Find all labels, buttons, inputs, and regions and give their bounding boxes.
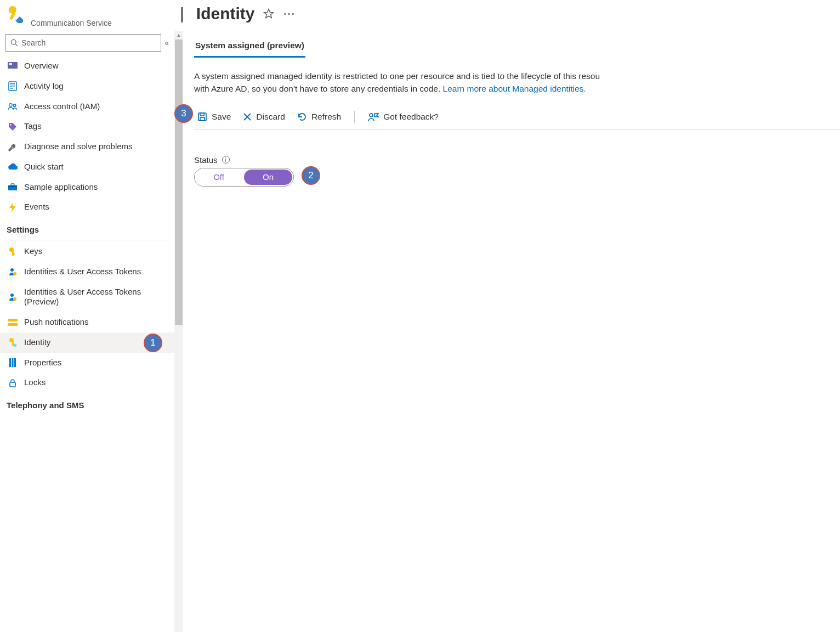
sidebar-item-locks[interactable]: Locks — [0, 373, 174, 393]
sidebar-item-keys[interactable]: Keys — [0, 241, 174, 262]
wrench-icon — [8, 142, 18, 151]
people-icon — [8, 101, 18, 111]
svg-rect-36 — [200, 117, 205, 121]
svg-rect-25 — [8, 319, 18, 321]
sidebar-item-identities-tokens-preview[interactable]: Identities & User Access Tokens (Preview… — [0, 282, 174, 313]
sidebar-item-access-control[interactable]: Access control (IAM) — [0, 97, 174, 117]
sidebar-item-push-notifications[interactable]: Push notifications — [0, 312, 174, 332]
main-content: ▲ System assigned (preview) A system ass… — [174, 31, 840, 632]
svg-point-23 — [10, 294, 14, 297]
annotation-badge-3: 3 — [174, 104, 193, 123]
sidebar-item-properties[interactable]: Properties — [0, 353, 174, 373]
sidebar-item-identities-tokens[interactable]: Identities & User Access Tokens — [0, 262, 174, 282]
status-label: Status — [194, 155, 218, 165]
annotation-badge-2: 2 — [302, 166, 320, 185]
svg-rect-20 — [13, 253, 15, 255]
sidebar-item-label: Locks — [24, 377, 167, 388]
status-toggle-off[interactable]: Off — [195, 168, 243, 186]
search-input[interactable] — [5, 34, 161, 52]
sidebar-divider — [7, 240, 168, 240]
svg-rect-31 — [12, 358, 14, 367]
sidebar-item-sample-apps[interactable]: Sample applications — [0, 177, 174, 198]
key-resource-icon — [7, 4, 23, 23]
discard-button[interactable]: Discard — [240, 111, 288, 123]
toolbar: 3 Save Discard Refresh — [194, 105, 840, 130]
svg-point-0 — [9, 6, 16, 14]
refresh-label: Refresh — [311, 112, 341, 122]
svg-rect-11 — [10, 88, 13, 89]
sidebar-item-label: Quick start — [24, 162, 167, 172]
sidebar-item-events[interactable]: Events — [0, 197, 174, 217]
svg-point-4 — [11, 40, 16, 44]
annotation-badge-1: 1 — [144, 334, 162, 352]
more-actions-icon[interactable]: ⋯ — [283, 7, 296, 21]
sidebar-item-label: Activity log — [24, 81, 167, 92]
sidebar-item-identity[interactable]: Identity 1 — [0, 332, 174, 353]
scroll-thumb[interactable] — [175, 40, 183, 325]
svg-rect-7 — [9, 63, 12, 65]
sidebar-item-label: Access control (IAM) — [24, 101, 167, 112]
refresh-button[interactable]: Refresh — [294, 111, 344, 123]
sidebar-section-telephony-sms: Telephony and SMS — [0, 393, 174, 413]
sidebar-item-label: Overview — [24, 61, 167, 71]
svg-point-39 — [370, 114, 373, 117]
save-label: Save — [212, 112, 231, 122]
svg-rect-9 — [10, 83, 15, 84]
person-token-icon — [8, 267, 18, 276]
svg-point-12 — [9, 103, 12, 106]
description-text: A system assigned managed identity is re… — [194, 70, 840, 95]
svg-point-13 — [13, 104, 15, 106]
info-icon[interactable]: i — [222, 156, 230, 163]
status-toggle[interactable]: Off On — [194, 168, 294, 187]
sidebar-item-label: Tags — [24, 121, 167, 132]
lightning-icon — [8, 202, 18, 212]
sidebar-section-settings: Settings — [0, 217, 174, 238]
toolbar-separator — [354, 111, 355, 123]
status-section: Status i Off On 2 — [194, 155, 840, 187]
svg-marker-3 — [264, 9, 274, 18]
svg-point-21 — [10, 268, 14, 272]
svg-rect-2 — [15, 16, 23, 23]
sidebar-item-label: Properties — [24, 358, 167, 368]
lock-icon — [8, 378, 18, 388]
tab-system-assigned[interactable]: System assigned (preview) — [194, 34, 305, 58]
properties-icon — [8, 358, 18, 368]
sidebar-item-label: Events — [24, 202, 167, 212]
sidebar-item-label: Keys — [24, 246, 167, 257]
sidebar-item-diagnose[interactable]: Diagnose and solve problems — [0, 137, 174, 157]
svg-rect-19 — [12, 251, 14, 256]
log-icon — [8, 81, 18, 91]
svg-rect-10 — [10, 86, 15, 87]
refresh-icon — [297, 112, 307, 122]
learn-more-link[interactable]: Learn more about Managed identities. — [443, 84, 586, 93]
sidebar-item-activity-log[interactable]: Activity log — [0, 76, 174, 97]
sidebar: « Overview Activity log Access control (… — [0, 31, 174, 632]
title-separator: | — [180, 4, 184, 23]
collapse-sidebar-icon[interactable]: « — [164, 38, 169, 47]
search-field[interactable] — [21, 38, 156, 47]
sidebar-item-label: Identities & User Access Tokens (Preview… — [24, 287, 167, 308]
scroll-up-icon[interactable]: ▲ — [174, 31, 183, 40]
save-button[interactable]: Save — [194, 111, 234, 123]
svg-rect-33 — [10, 382, 15, 387]
save-icon — [197, 112, 207, 122]
sidebar-item-label: Push notifications — [24, 317, 167, 328]
svg-rect-17 — [11, 184, 14, 185]
page-header: Communication Service | Identity ⋯ — [0, 0, 840, 31]
feedback-button[interactable]: Got feedback? — [365, 111, 442, 123]
sidebar-item-label: Identities & User Access Tokens — [24, 267, 167, 277]
person-token-icon — [8, 292, 18, 302]
svg-rect-29 — [13, 343, 17, 347]
tabs: System assigned (preview) — [194, 34, 840, 58]
sidebar-item-overview[interactable]: Overview — [0, 56, 174, 76]
sidebar-item-quick-start[interactable]: Quick start — [0, 157, 174, 177]
svg-point-14 — [10, 124, 12, 126]
favorite-star-icon[interactable] — [263, 8, 274, 19]
svg-point-24 — [13, 297, 16, 301]
sidebar-item-tags[interactable]: Tags — [0, 116, 174, 137]
svg-rect-35 — [200, 113, 204, 116]
discard-label: Discard — [256, 112, 285, 122]
page-title: Identity — [196, 4, 255, 23]
svg-rect-32 — [14, 358, 16, 367]
status-toggle-on[interactable]: On — [244, 170, 292, 185]
